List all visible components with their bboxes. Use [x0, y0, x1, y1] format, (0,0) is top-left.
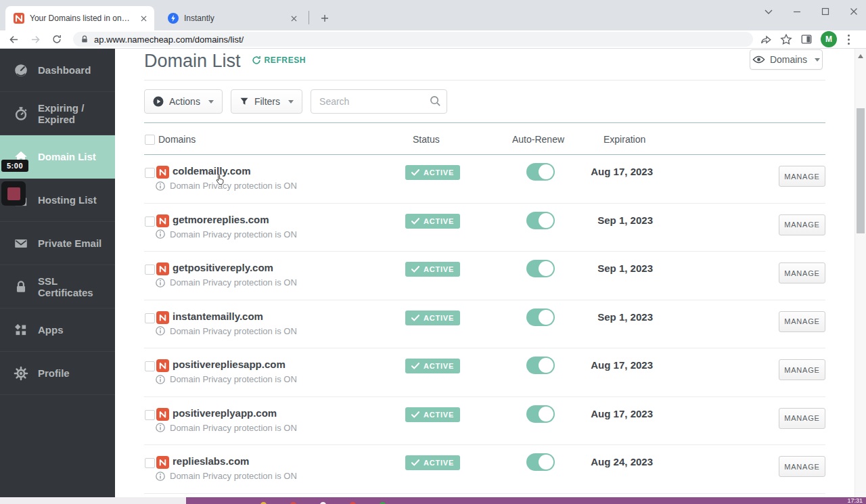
sidebar-item-label: Private Email [38, 237, 101, 249]
status-label: ACTIVE [424, 314, 454, 322]
auto-renew-toggle[interactable] [526, 212, 555, 229]
info-icon [156, 229, 165, 239]
info-icon [156, 326, 165, 336]
status-badge: ACTIVE [405, 165, 460, 180]
bookmark-star-icon[interactable] [780, 33, 792, 45]
row-checkbox[interactable] [145, 168, 155, 178]
namecheap-icon [156, 262, 169, 275]
domain-name[interactable]: positivereplyapp.com [173, 407, 277, 419]
privacy-note: Domain Privacy protection is ON [170, 181, 297, 191]
forward-button[interactable] [27, 31, 43, 47]
domain-name[interactable]: instantemailly.com [173, 311, 263, 322]
sidebar-item-profile[interactable]: Profile [0, 352, 115, 395]
row-checkbox[interactable] [145, 265, 155, 275]
column-header-expiration[interactable]: Expiration [603, 134, 645, 145]
row-checkbox[interactable] [145, 216, 155, 227]
search-icon[interactable] [430, 95, 441, 107]
domain-name[interactable]: coldemailly.com [173, 165, 251, 177]
manage-button[interactable]: MANAGE [779, 408, 825, 429]
share-icon[interactable] [760, 33, 772, 45]
table-row: positiverepliesapp.com Domain Privacy pr… [144, 348, 825, 397]
tab-instantly[interactable]: Instantly [161, 6, 304, 30]
row-checkbox[interactable] [145, 458, 155, 468]
toggle-knob [539, 164, 553, 179]
sidebar-item-expiring[interactable]: Expiring / Expired [0, 92, 115, 135]
namecheap-icon [156, 311, 169, 324]
sidebar-item-label: Apps [38, 324, 64, 336]
back-button[interactable] [5, 31, 22, 47]
auto-renew-toggle[interactable] [526, 308, 555, 326]
url-bar[interactable]: ap.www.namecheap.com/domains/list/ [73, 32, 753, 47]
filters-button[interactable]: Filters [231, 89, 302, 114]
manage-button[interactable]: MANAGE [779, 214, 825, 235]
domain-name[interactable]: getmorereplies.com [173, 214, 269, 225]
manage-button[interactable]: MANAGE [779, 166, 825, 187]
lock-icon [81, 35, 88, 43]
toggle-knob [539, 310, 553, 325]
auto-renew-toggle[interactable] [526, 453, 555, 471]
window-minimize-button[interactable] [790, 5, 804, 18]
privacy-note: Domain Privacy protection is ON [170, 423, 297, 433]
page-scrollbar[interactable] [854, 49, 866, 497]
auto-renew-toggle[interactable] [526, 405, 555, 423]
domain-name[interactable]: getpositivereply.com [173, 262, 273, 273]
view-selector-button[interactable]: Domains [750, 49, 823, 70]
row-checkbox[interactable] [145, 313, 155, 323]
scrollbar-up-arrow-icon[interactable] [858, 54, 863, 58]
scrollbar-thumb[interactable] [857, 108, 865, 233]
expiration-date: Sep 1, 2023 [597, 214, 653, 226]
table-row: replieslabs.com Domain Privacy protectio… [144, 445, 825, 494]
page-title: Domain List [144, 51, 241, 72]
toggle-knob [539, 407, 553, 421]
manage-button[interactable]: MANAGE [779, 262, 825, 283]
sidebar-item-private-email[interactable]: Private Email [0, 222, 115, 265]
toggle-knob [539, 358, 553, 373]
manage-button[interactable]: MANAGE [779, 456, 825, 477]
window-chevron-icon[interactable] [762, 5, 775, 18]
tab-close-icon[interactable] [288, 13, 299, 24]
tab-close-icon[interactable] [138, 13, 149, 24]
browser-menu-icon[interactable] [845, 32, 852, 47]
manage-button[interactable]: MANAGE [779, 311, 825, 332]
side-panel-icon[interactable] [800, 33, 813, 45]
sidebar-item-ssl-certificates[interactable]: SSL Certificates [0, 265, 115, 308]
column-header-auto-renew[interactable]: Auto-Renew [512, 134, 564, 145]
sidebar: Dashboard Expiring / Expired Domain List… [0, 49, 115, 497]
column-header-status[interactable]: Status [413, 134, 440, 145]
play-icon [153, 96, 164, 107]
auto-renew-toggle[interactable] [526, 260, 555, 277]
tab-divider [309, 11, 309, 24]
actions-button[interactable]: Actions [144, 89, 223, 114]
tab-title: Instantly [184, 14, 284, 23]
privacy-note: Domain Privacy protection is ON [170, 471, 297, 481]
sidebar-item-dashboard[interactable]: Dashboard [0, 49, 115, 92]
refresh-button[interactable]: REFRESH [252, 55, 306, 65]
manage-button[interactable]: MANAGE [779, 359, 825, 380]
tab-namecheap[interactable]: Your Domains listed in one place [5, 6, 154, 30]
window-close-button[interactable] [847, 5, 861, 18]
sidebar-item-apps[interactable]: Apps [0, 308, 115, 352]
table-row: instantemailly.com Domain Privacy protec… [144, 300, 825, 349]
reload-button[interactable] [49, 31, 65, 47]
auto-renew-toggle[interactable] [526, 357, 555, 374]
recording-stop-button[interactable] [1, 181, 26, 206]
auto-renew-toggle[interactable] [526, 163, 555, 181]
privacy-note: Domain Privacy protection is ON [170, 229, 297, 239]
domain-name[interactable]: replieslabs.com [173, 455, 249, 467]
row-checkbox[interactable] [145, 361, 155, 371]
sidebar-item-label: Hosting List [38, 194, 97, 206]
column-header-domains[interactable]: Domains [158, 134, 196, 145]
row-checkbox[interactable] [145, 410, 155, 420]
status-label: ACTIVE [424, 217, 454, 225]
browser-window: Your Domains listed in one place Instant… [0, 0, 866, 504]
window-maximize-button[interactable] [819, 5, 832, 18]
privacy-note: Domain Privacy protection is ON [170, 277, 297, 288]
info-icon [156, 423, 165, 432]
info-icon [156, 278, 165, 288]
search-input[interactable] [311, 89, 447, 114]
sidebar-item-domain-list[interactable]: Domain List [0, 135, 115, 179]
domain-name[interactable]: positiverepliesapp.com [173, 359, 286, 370]
select-all-checkbox[interactable] [145, 135, 155, 145]
profile-avatar[interactable]: M [821, 31, 837, 47]
new-tab-button[interactable] [315, 9, 334, 28]
